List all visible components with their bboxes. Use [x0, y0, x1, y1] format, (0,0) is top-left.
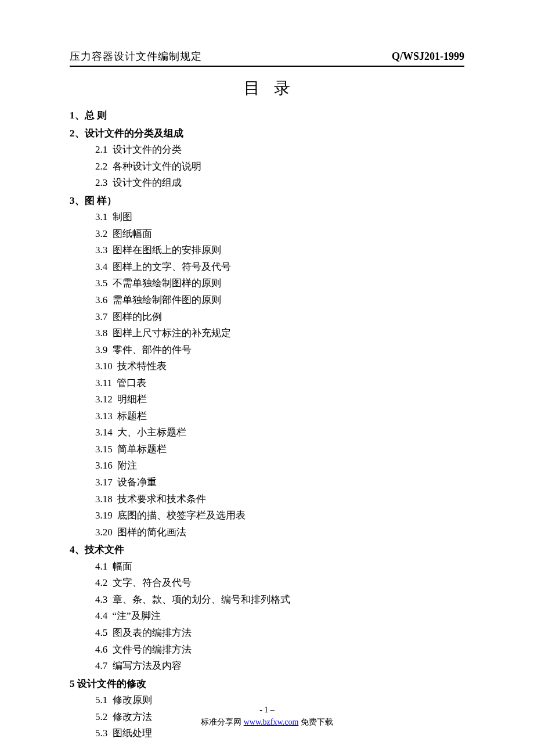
toc-sub-item: 3.14 大、小主标题栏: [70, 424, 464, 441]
footer-share-link[interactable]: www.bzfxw.com: [244, 718, 299, 726]
toc-sub-item-number: 3.15: [95, 444, 113, 455]
toc-sub-item: 3.19 底图的描、校签字栏及选用表: [70, 507, 464, 524]
toc-section-heading: 2、设计文件的分类及组成: [70, 125, 464, 142]
toc-sub-item: 3.12 明细栏: [70, 391, 464, 408]
toc-sub-item-label: 明细栏: [117, 394, 147, 405]
toc-sub-item-number: 4.6: [95, 644, 107, 655]
toc-sub-item: 3.18 技术要求和技术条件: [70, 491, 464, 508]
toc-sub-item-number: 3.20: [95, 527, 113, 538]
toc-sub-item: 3.13 标题栏: [70, 408, 464, 425]
toc-section-heading: 1、总 则: [70, 107, 464, 124]
toc-sub-item-label: 图样在图纸上的安排原则: [113, 244, 221, 255]
toc-sub-item-number: 3.7: [95, 311, 107, 322]
toc-sub-item: 4.5 图及表的编排方法: [70, 625, 464, 642]
page-number: - 1 –: [0, 704, 534, 716]
toc-sub-item-label: 文字、符合及代号: [113, 577, 192, 588]
toc-sub-item-label: 图样的比例: [113, 311, 162, 322]
toc-sub-item-label: 大、小主标题栏: [117, 427, 186, 438]
toc-sub-item: 3.11 管口表: [70, 375, 464, 392]
toc-sub-item: 4.6 文件号的编排方法: [70, 642, 464, 658]
toc-sub-item-number: 3.11: [95, 377, 112, 388]
toc-sub-item-number: 3.4: [95, 261, 107, 272]
toc-section-number: 2、: [70, 128, 85, 139]
toc-sub-item-number: 3.8: [95, 327, 107, 339]
toc-sub-item-number: 3.12: [95, 394, 113, 405]
toc-sub-item-label: 标题栏: [117, 411, 147, 422]
toc-section-heading: 5 设计文件的修改: [70, 676, 464, 693]
toc-section-heading: 3、图 样）: [70, 193, 464, 210]
header-code-right: Q/WSJ201-1999: [392, 51, 464, 63]
toc-sub-item-label: 技术特性表: [117, 361, 167, 372]
toc-sub-item-number: 4.5: [95, 627, 107, 638]
toc-sub-item-label: 技术要求和技术条件: [117, 494, 206, 505]
toc-sub-item-number: 5.3: [95, 728, 107, 739]
toc-sub-item-label: 章、条、款、项的划分、编号和排列格式: [113, 594, 290, 605]
toc-sub-item: 4.4 “注”及脚注: [70, 608, 464, 625]
toc-sub-item-number: 3.9: [95, 344, 107, 355]
document-header: 压力容器设计文件编制规定 Q/WSJ201-1999: [70, 49, 464, 67]
page-title: 目录: [70, 77, 464, 99]
header-title-left: 压力容器设计文件编制规定: [70, 49, 202, 63]
toc-sub-item-number: 3.14: [95, 427, 113, 438]
toc-sub-item-label: 设计文件的组成: [113, 177, 182, 188]
toc-section-number: 5: [70, 678, 77, 689]
toc-sub-item-label: 不需单独绘制图样的原则: [113, 278, 221, 289]
toc-sub-item-number: 4.7: [95, 660, 107, 671]
toc-sub-item: 3.4 图样上的文字、符号及代号: [70, 259, 464, 276]
footer-share-prefix: 标准分享网: [201, 718, 244, 726]
toc-sub-item: 4.7 编写方法及内容: [70, 658, 464, 675]
toc-sub-item-number: 3.5: [95, 278, 107, 289]
toc-sub-item-label: 零件、部件的件号: [113, 344, 192, 355]
toc-section-label: 技术文件: [85, 544, 124, 555]
toc-sub-item-number: 2.3: [95, 177, 107, 188]
toc-sub-item-label: 制图: [113, 211, 132, 222]
toc-sub-item-number: 4.4: [95, 610, 107, 621]
toc-sub-item-label: 文件号的编排方法: [113, 644, 192, 655]
toc-sub-item: 3.15 简单标题栏: [70, 441, 464, 458]
toc-sub-item: 3.2 图纸幅面: [70, 226, 464, 243]
toc-sub-item-number: 3.19: [95, 510, 113, 521]
toc-sub-item-label: 管口表: [117, 377, 146, 388]
toc-section-heading: 4、技术文件: [70, 542, 464, 559]
toc-sub-item: 3.3 图样在图纸上的安排原则: [70, 242, 464, 259]
page-footer: - 1 – 标准分享网 www.bzfxw.com 免费下载: [0, 704, 534, 728]
toc-sub-item: 3.16 附注: [70, 458, 464, 474]
toc-sub-item-number: 3.6: [95, 294, 107, 305]
toc-sub-item-number: 3.2: [95, 228, 107, 239]
toc-sub-item: 3.17 设备净重: [70, 474, 464, 491]
toc-sub-item: 4.1 幅面: [70, 559, 464, 575]
toc-sub-item-label: 设计文件的分类: [113, 144, 182, 155]
toc-sub-item: 3.5 不需单独绘制图样的原则: [70, 275, 464, 292]
toc-sub-item: 3.10 技术特性表: [70, 358, 464, 375]
toc-sub-item-label: “注”及脚注: [113, 610, 161, 621]
toc-sub-item: 3.7 图样的比例: [70, 309, 464, 326]
toc-sub-item-label: 附注: [117, 460, 137, 471]
toc-section-number: 3、: [70, 195, 85, 206]
toc-sub-item-label: 图样上尺寸标注的补充规定: [113, 327, 231, 339]
toc-sub-item-label: 底图的描、校签字栏及选用表: [117, 510, 246, 521]
toc-section-label: 设计文件的修改: [77, 678, 146, 689]
toc-sub-item-label: 图样的简化画法: [117, 527, 186, 538]
footer-share-line: 标准分享网 www.bzfxw.com 免费下载: [0, 716, 534, 728]
toc-sub-item-label: 编写方法及内容: [113, 660, 182, 671]
toc-sub-item-label: 图样上的文字、符号及代号: [113, 261, 231, 272]
toc-sub-item: 3.1 制图: [70, 209, 464, 226]
toc-sub-item-number: 4.3: [95, 594, 107, 605]
table-of-contents: 1、总 则2、设计文件的分类及组成2.1 设计文件的分类2.2 各种设计文件的说…: [70, 107, 464, 742]
toc-sub-item-label: 幅面: [113, 561, 132, 572]
toc-sub-item: 3.20 图样的简化画法: [70, 524, 464, 541]
footer-share-suffix: 免费下载: [298, 718, 333, 726]
toc-sub-item-number: 3.1: [95, 211, 107, 222]
toc-sub-item-number: 3.18: [95, 494, 113, 505]
toc-sub-item-label: 各种设计文件的说明: [113, 161, 201, 172]
toc-sub-item: 4.2 文字、符合及代号: [70, 575, 464, 592]
toc-section-label: 图 样）: [85, 195, 117, 206]
toc-sub-item-label: 图纸处理: [113, 728, 152, 739]
toc-section-label: 总 则: [85, 110, 107, 121]
toc-sub-item: 3.8 图样上尺寸标注的补充规定: [70, 325, 464, 342]
toc-sub-item-label: 图纸幅面: [113, 228, 152, 239]
toc-sub-item: 2.1 设计文件的分类: [70, 142, 464, 159]
toc-section-number: 1、: [70, 110, 85, 121]
toc-sub-item-number: 3.17: [95, 477, 113, 488]
toc-sub-item-number: 3.13: [95, 411, 113, 422]
